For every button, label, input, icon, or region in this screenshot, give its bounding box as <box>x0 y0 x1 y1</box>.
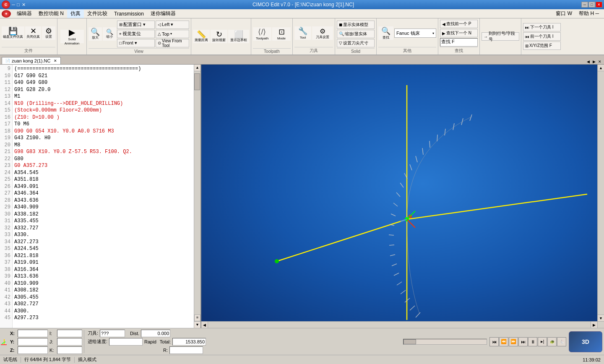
close-sim-button[interactable]: ✕ 关闭仿真 <box>25 26 41 40</box>
menu-compare[interactable]: 文件比较 <box>84 9 111 18</box>
tool-value-input[interactable] <box>100 330 125 337</box>
scroll-up-button[interactable]: ▲ <box>194 65 200 71</box>
left-view-button[interactable]: ◁ Left ▾ <box>156 21 189 29</box>
play-end-button[interactable]: ⏭ <box>518 337 528 346</box>
k-label: K: <box>49 348 55 353</box>
playback-scrollbar[interactable] <box>403 339 487 345</box>
tool-tip-size-button[interactable]: ▽ 设置刀尖尺寸 <box>337 39 375 47</box>
close-button[interactable]: ✕ <box>596 2 602 8</box>
vp-scroll-down[interactable]: ▼ <box>598 315 604 321</box>
code-area[interactable]: (=======================================… <box>13 65 194 328</box>
coord-panel: X: 10.000 I: Y: -97.543 J: Z: 22.031 K: … <box>0 328 604 355</box>
xyz-range-button[interactable]: ⊞ X/Y/Z范围 F <box>523 42 561 50</box>
zoom-in-button[interactable]: 🔍 放大 <box>89 27 102 41</box>
solid-animation-button[interactable]: ▶ SolidAnimation <box>60 30 84 43</box>
goto-line-button[interactable]: → 到到行号/字段号 <box>482 32 519 41</box>
menu-mini[interactable]: 迷你编辑器 <box>147 9 179 18</box>
play-back-button[interactable]: ⏪ <box>499 337 508 346</box>
scroll-middle-button[interactable]: ≡ <box>194 315 200 321</box>
j-label: J: <box>49 339 55 344</box>
configure-window-button[interactable]: ⊞ 配置窗口 ▾ <box>117 21 155 29</box>
play-step-button[interactable]: ⏸ <box>528 337 537 346</box>
viewport-hscrollbar[interactable]: ◀ ▶ <box>201 321 597 328</box>
z-input[interactable]: 22.031 <box>18 346 48 354</box>
play-start-button[interactable]: ⏮ <box>489 337 499 346</box>
playback-controls: ⏮ ⏪ ⏩ ⏭ ⏸ ▸| 🐢 🐇 <box>489 337 566 346</box>
feed-value-input[interactable] <box>109 338 143 346</box>
svg-line-2 <box>277 219 407 261</box>
tab-close-icon[interactable]: ✕ <box>54 59 57 63</box>
viewport-corner <box>597 321 604 328</box>
editor-content[interactable]: 9101112131415161718192021222324252627282… <box>0 65 200 328</box>
find-input[interactable]: 查找 F <box>440 38 478 47</box>
view-reset-button[interactable]: ⌖ 视觉复位 <box>117 30 155 38</box>
menu-editor[interactable]: 编辑器 <box>13 9 35 18</box>
menu-sim[interactable]: 仿真 <box>67 9 84 18</box>
zoom-solid-button[interactable]: 🔍 缩放/显实体 <box>337 30 375 38</box>
editor-scrollbar[interactable]: ▲ ≡ ▼ <box>194 65 200 328</box>
prev-tool-button[interactable]: ⏮ 前一个刀具 I <box>523 32 561 41</box>
r-value-input[interactable] <box>169 346 203 354</box>
viewport-vscrollbar[interactable]: ▲ ▼ <box>597 65 604 321</box>
top-view-button[interactable]: △ Top ▾ <box>156 30 189 38</box>
settings-button[interactable]: ⚙ 设置 <box>42 26 55 40</box>
svg-line-23 <box>397 282 402 285</box>
total-label: Total: <box>160 339 171 344</box>
tab-close-all-button[interactable]: ✕ <box>597 59 602 64</box>
tab-icon: 📄 <box>5 59 10 63</box>
play-options-button[interactable]: ▸| <box>538 337 547 346</box>
scroll-down-button[interactable]: ▼ <box>194 321 200 328</box>
dist-value-input[interactable] <box>141 330 170 337</box>
y-input[interactable]: -97.543 <box>18 338 48 346</box>
x-label: X: <box>10 331 16 336</box>
app-logo: ✦ <box>2 10 11 18</box>
play-forward-button[interactable]: ⏩ <box>509 337 518 346</box>
svg-line-24 <box>401 290 406 294</box>
disk-sim-button[interactable]: 💾 磁盘文件仿真 <box>2 26 24 40</box>
status-separator2 <box>74 357 75 363</box>
vp-hscroll-left[interactable]: ◀ <box>201 322 208 328</box>
find-next-button[interactable]: ▶ 查找下一个 N <box>440 29 478 37</box>
tool-button[interactable]: 🔧 Tool <box>294 26 311 40</box>
total-value-input[interactable] <box>172 338 206 346</box>
i-input[interactable] <box>57 330 82 337</box>
show-solid-button[interactable]: ◼ 显示实体模型 <box>337 21 375 29</box>
maximize-button[interactable]: □ <box>588 2 595 8</box>
k-input[interactable] <box>57 346 82 354</box>
menu-window[interactable]: 窗口 W <box>552 9 575 18</box>
tab-main[interactable]: 📄 zuan kong 2(1).NC ✕ <box>2 57 61 64</box>
vp-scroll-up[interactable]: ▲ <box>598 65 604 71</box>
measure-distance-button[interactable]: 📏 测量距离 <box>193 30 210 43</box>
front-view-button[interactable]: □ Front ▾ <box>117 39 155 47</box>
x-coord-row: X: 10.000 I: <box>10 330 82 337</box>
toolpath-label: Toolpath <box>253 48 291 54</box>
show-bounds-button[interactable]: ⬜ 显示边界框 <box>228 30 249 43</box>
i-label: I: <box>49 331 55 336</box>
j-input[interactable] <box>57 338 82 346</box>
tab-prev-button[interactable]: ◀ <box>586 59 591 64</box>
minimize-button[interactable]: ─ <box>581 2 588 8</box>
tool-label: 刀具 <box>294 47 333 54</box>
tab-next-button[interactable]: ▶ <box>591 59 596 64</box>
menu-transmission[interactable]: Transmission <box>111 10 147 18</box>
play-speed-button[interactable]: 🐢 <box>547 337 557 346</box>
toolpath-button[interactable]: ⟨/⟩ Toolpath <box>253 27 271 41</box>
menu-cnc[interactable]: 数控功能 N <box>35 9 67 18</box>
find-prev-button[interactable]: ◀ 查找前一个 P <box>440 20 478 28</box>
find-button[interactable]: 🔍 查找 <box>378 26 393 40</box>
feed-label: 进给速度: <box>88 338 107 345</box>
x-input[interactable]: 10.000 <box>18 330 48 337</box>
viewport[interactable]: ▲ ▼ ◀ ▶ <box>201 65 604 328</box>
zoom-out-button[interactable]: 🔍 缩小 <box>103 27 116 41</box>
play-fast-button[interactable]: 🐇 <box>557 337 566 346</box>
rotate-view-button[interactable]: ↻ 旋转视窗 <box>211 30 227 43</box>
view-from-tool-button[interactable]: ⊙ View From Tool <box>156 39 189 47</box>
machine-dropdown[interactable]: Fanuc 钱床 ▾ <box>394 29 436 38</box>
next-tool-button[interactable]: ⏭ 下一个刀具 I <box>523 23 561 31</box>
vp-hscroll-right[interactable]: ▶ <box>591 322 597 328</box>
scroll-thumb[interactable] <box>194 73 200 90</box>
menu-help[interactable]: 帮助 H ─ <box>575 9 602 18</box>
tool-settings-button[interactable]: ⚙ 刀具设置 <box>312 26 333 40</box>
z-label: Z: <box>10 348 16 353</box>
mode-button[interactable]: ⊡ Mode <box>272 27 291 41</box>
